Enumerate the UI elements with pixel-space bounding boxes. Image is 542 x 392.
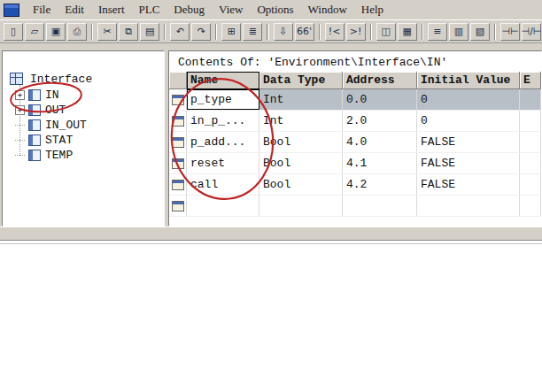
program-elements-button[interactable]: ⊞ [221,23,241,41]
toolbar-separator [370,24,372,40]
menu-view[interactable]: View [212,1,250,19]
expand-plus-icon[interactable]: + [15,105,25,115]
monitor-button[interactable]: 66' [295,23,314,41]
address-cell[interactable]: 2.0 [343,111,417,131]
interface-tree-pane: Interface +IN+OUTIN_OUTSTATTEMP [2,50,165,227]
comment-toggle-button[interactable]: ▧ [470,23,490,41]
initial-value-cell[interactable]: 0 [417,89,520,110]
menu-debug[interactable]: Debug [166,1,212,19]
data-type-cell[interactable]: Bool [259,132,343,152]
tree-item-stat[interactable]: STAT [15,133,160,148]
address-cell[interactable]: 0.0 [343,89,417,110]
new-network-button[interactable]: ≡ [428,23,447,41]
copy-button[interactable]: ⧉ [119,23,138,41]
overview-button[interactable]: ◫ [376,23,396,41]
cut-button[interactable]: ✂ [97,23,117,41]
menu-plc[interactable]: PLC [132,1,167,19]
detail-view-button[interactable]: ▦ [398,23,417,41]
tree-item-in_out[interactable]: IN_OUT [15,118,160,133]
row-icon-cell [169,196,187,216]
tree-item-label: IN_OUT [41,119,87,132]
table-row[interactable]: p_typeInt0.00 [169,89,541,111]
declaration-row-icon [172,137,184,148]
data-type-cell[interactable]: Int [259,89,343,110]
tree-item-in[interactable]: +IN [15,88,160,103]
column-header-address[interactable]: Address [343,72,417,89]
empty-cell[interactable] [417,196,520,216]
clipped-cell [520,153,541,173]
name-cell[interactable]: reset [187,153,259,173]
column-header-data-type[interactable]: Data Type [259,72,343,89]
initial-value-cell[interactable]: FALSE [417,153,520,173]
new-button[interactable]: ▯ [4,23,23,41]
column-header-clipped[interactable]: E [520,72,541,89]
column-header-initial-value[interactable]: Initial Value [417,72,520,89]
menu-edit[interactable]: Edit [58,1,91,19]
contact-no-button[interactable]: ⊣⊢ [500,23,520,41]
menu-insert[interactable]: Insert [91,1,132,19]
name-cell-editing[interactable]: p_type [187,89,259,110]
declaration-table: NameData TypeAddressInitial ValueE p_typ… [169,72,541,226]
menu-window[interactable]: Window [301,1,354,19]
divider-line [0,243,542,244]
tree-item-temp[interactable]: TEMP [15,148,160,163]
paste-button[interactable]: ▤ [140,23,159,41]
data-type-cell[interactable]: Int [259,111,343,131]
name-cell[interactable]: call [187,174,259,195]
data-type-cell[interactable]: Bool [259,174,343,195]
declaration-section-icon [28,135,41,146]
print-button[interactable]: ⎙ [67,23,87,41]
save-button[interactable]: ▣ [46,23,66,41]
row-icon-cell [169,89,187,110]
initial-value-cell[interactable]: FALSE [417,132,520,152]
open-button[interactable]: ▱ [25,23,44,41]
table-row[interactable]: in_p_...Int2.00 [169,111,541,132]
interface-icon [10,73,23,85]
initial-value-cell[interactable]: 0 [417,111,520,131]
undo-button[interactable]: ↶ [170,23,190,41]
contents-title: Contents Of: 'Environment\Interface\IN' [169,51,541,72]
menu-file[interactable]: File [26,1,58,19]
declaration-section-icon [28,89,41,101]
address-cell[interactable]: 4.2 [343,174,417,195]
empty-cell[interactable] [259,196,343,216]
goto-next-error-button[interactable]: >! [346,23,366,41]
empty-cell[interactable] [187,196,259,216]
goto-prev-error-button[interactable]: !< [325,23,345,41]
declaration-section-icon [28,150,41,161]
clipped-cell [520,174,541,195]
document-window-icon[interactable] [4,4,19,17]
menu-help[interactable]: Help [354,1,391,19]
table-header-row: NameData TypeAddressInitial ValueE [169,72,541,89]
empty-cell[interactable] [343,196,417,216]
expand-plus-icon[interactable]: + [15,90,25,100]
download-button[interactable]: ⇩ [274,23,293,41]
tree-root-label: Interface [26,73,92,86]
address-cell[interactable]: 4.1 [343,153,417,173]
redo-button[interactable]: ↷ [191,23,211,41]
data-type-cell[interactable]: Bool [259,153,343,173]
contents-pane: Contents Of: 'Environment\Interface\IN' … [168,50,542,227]
network-toggle-button[interactable]: ≣ [243,23,262,41]
toolbar-separator [422,24,423,40]
table-row[interactable]: resetBool4.1FALSE [169,153,541,174]
address-cell[interactable]: 4.0 [343,132,417,152]
tree-item-out[interactable]: +OUT [15,103,160,118]
column-header-icon[interactable] [169,72,187,89]
empty-cell[interactable] [520,196,541,216]
column-header-name[interactable]: Name [187,72,259,89]
table-row[interactable]: callBool4.2FALSE [169,174,541,196]
tree-children: +IN+OUTIN_OUTSTATTEMP [15,88,160,163]
tree-connector [15,155,25,157]
application-window: FileEditInsertPLCDebugViewOptionsWindowH… [0,0,542,392]
toolbar-separator [215,24,217,40]
contact-nc-button[interactable]: ⊣/⊢ [522,23,541,41]
menu-options[interactable]: Options [250,1,300,19]
tree-item-interface[interactable]: Interface [10,71,160,87]
initial-value-cell[interactable]: FALSE [417,174,520,195]
table-row[interactable]: p_add...Bool4.0FALSE [169,132,541,153]
name-cell[interactable]: in_p_... [187,111,259,131]
table-row-placeholder[interactable] [169,196,541,217]
name-cell[interactable]: p_add... [187,132,259,152]
symbol-info-button[interactable]: ▥ [449,23,468,41]
